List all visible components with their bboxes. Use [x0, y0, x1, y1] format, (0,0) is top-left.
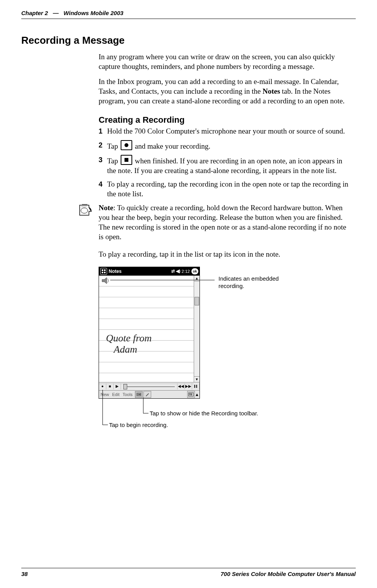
svg-rect-4	[102, 272, 103, 273]
callout-line	[102, 390, 103, 425]
handwriting-line-1: Quote from	[106, 333, 152, 344]
svg-rect-10	[139, 394, 140, 395]
callout-line	[143, 413, 148, 413]
svg-rect-2	[102, 269, 103, 271]
menubar: New Edit Tools ▲	[99, 391, 200, 398]
svg-rect-5	[104, 272, 106, 273]
callout-line	[143, 398, 143, 413]
play-button[interactable]: ▶	[114, 383, 121, 389]
callout-embedded: Indicates an embedded recording.	[218, 275, 280, 290]
ok-button[interactable]: ok	[191, 268, 198, 274]
step-2-pre: Tap	[107, 142, 120, 150]
record-button[interactable]: ●	[99, 383, 106, 389]
stop-button[interactable]: ■	[106, 383, 114, 389]
callout-toolbar: Tap to show or hide the Recording toolba…	[150, 410, 258, 417]
intro-paragraph-1: In any program where you can write or dr…	[99, 52, 352, 71]
step-body: To play a recording, tap the recording i…	[107, 179, 352, 199]
step-number: 2	[99, 140, 107, 150]
callout-line	[110, 280, 215, 280]
svg-rect-14	[191, 393, 192, 394]
step-number: 3	[99, 155, 107, 165]
svg-rect-7	[196, 385, 197, 388]
chapter-title: Windows Mobile 2003	[63, 10, 123, 16]
note-canvas[interactable]: Quote from Adam ▲ ▼	[99, 276, 200, 382]
embedded-recording-icon[interactable]	[101, 277, 109, 284]
svg-point-1	[81, 208, 88, 213]
callout-begin: Tap to begin recording.	[109, 422, 168, 429]
step-body: Tap and make your recording.	[107, 140, 352, 151]
figure: Notes ⇄ ◀) 2:12 ok	[99, 267, 356, 445]
svg-rect-6	[194, 385, 195, 388]
subsection-heading: Creating a Recording	[99, 114, 352, 125]
stop-icon	[121, 155, 132, 165]
svg-rect-12	[189, 393, 190, 394]
header-rule	[21, 19, 356, 19]
scroll-track[interactable]	[194, 281, 200, 376]
note-label: Note	[99, 204, 113, 212]
manual-title: 700 Series Color Mobile Computer User's …	[221, 571, 356, 577]
play-paragraph: To play a recording, tap it in the list …	[99, 249, 352, 259]
page-number: 38	[21, 571, 28, 577]
svg-rect-16	[190, 394, 192, 395]
keyboard-toggle[interactable]	[187, 391, 195, 398]
scroll-thumb[interactable]	[194, 297, 199, 305]
step-body: Hold the 700 Color Computer's microphone…	[107, 126, 352, 136]
start-icon[interactable]	[100, 268, 107, 275]
forward-button[interactable]: ▶▶	[185, 383, 192, 389]
titlebar-app: Notes	[109, 269, 121, 274]
scroll-down-icon[interactable]: ▼	[194, 376, 200, 382]
note-body: Note: To quickly create a recording, hol…	[99, 203, 352, 242]
svg-rect-13	[190, 393, 191, 394]
scrollbar[interactable]: ▲ ▼	[194, 276, 200, 382]
connectivity-icon[interactable]: ⇄	[171, 269, 175, 274]
steps-list: 1 Hold the 700 Color Computer's micropho…	[99, 126, 352, 199]
svg-point-9	[137, 394, 138, 395]
step-1: 1 Hold the 700 Color Computer's micropho…	[99, 126, 352, 136]
step-number: 1	[99, 126, 107, 136]
sip-up-icon[interactable]: ▲	[195, 392, 200, 397]
header-separator: —	[49, 10, 62, 16]
titlebar: Notes ⇄ ◀) 2:12 ok	[99, 267, 200, 276]
playback-slider[interactable]	[121, 383, 177, 389]
chapter-label: Chapter 2	[21, 10, 48, 16]
intro-paragraph-2: In the Inbox program, you can add a reco…	[99, 77, 352, 106]
note-icon	[77, 203, 99, 219]
pen-toggle[interactable]	[143, 391, 151, 398]
step-4: 4 To play a recording, tap the recording…	[99, 179, 352, 199]
scroll-up-icon[interactable]: ▲	[194, 276, 200, 281]
recording-toolbar-toggle[interactable]	[135, 391, 143, 398]
step-3-post: when finished. If you are recording in a…	[107, 157, 342, 175]
note-text: : To quickly create a recording, hold do…	[99, 204, 346, 241]
page-footer: 38 700 Series Color Mobile Computer User…	[21, 568, 356, 577]
rewind-button[interactable]: ◀◀	[177, 383, 185, 389]
step-number: 4	[99, 179, 107, 189]
step-body: Tap when finished. If you are recording …	[107, 155, 352, 175]
svg-rect-3	[104, 269, 106, 271]
menu-new[interactable]: New	[99, 392, 111, 397]
step-3: 3 Tap when finished. If you are recordin…	[99, 155, 352, 175]
handwriting: Quote from Adam	[106, 333, 152, 355]
section-heading: Recording a Message	[21, 34, 356, 46]
volume-icon[interactable]: ◀)	[176, 269, 181, 274]
running-header: Chapter 2 — Windows Mobile 2003	[21, 10, 356, 16]
audio-settings-icon[interactable]	[192, 383, 200, 389]
clock: 2:12	[182, 269, 190, 274]
step-2-post: and make your recording.	[133, 142, 210, 150]
step-3-pre: Tap	[107, 157, 120, 165]
handwriting-line-2: Adam	[114, 344, 152, 355]
note-block: Note: To quickly create a recording, hol…	[77, 203, 352, 242]
svg-rect-15	[189, 394, 190, 395]
record-icon	[121, 140, 132, 150]
device-screenshot: Notes ⇄ ◀) 2:12 ok	[99, 267, 200, 399]
callout-line	[102, 425, 108, 425]
menu-tools[interactable]: Tools	[121, 392, 134, 397]
menu-edit[interactable]: Edit	[111, 392, 121, 397]
intro-2-bold: Notes	[263, 87, 280, 95]
step-2: 2 Tap and make your recording.	[99, 140, 352, 151]
svg-rect-0	[81, 206, 87, 207]
